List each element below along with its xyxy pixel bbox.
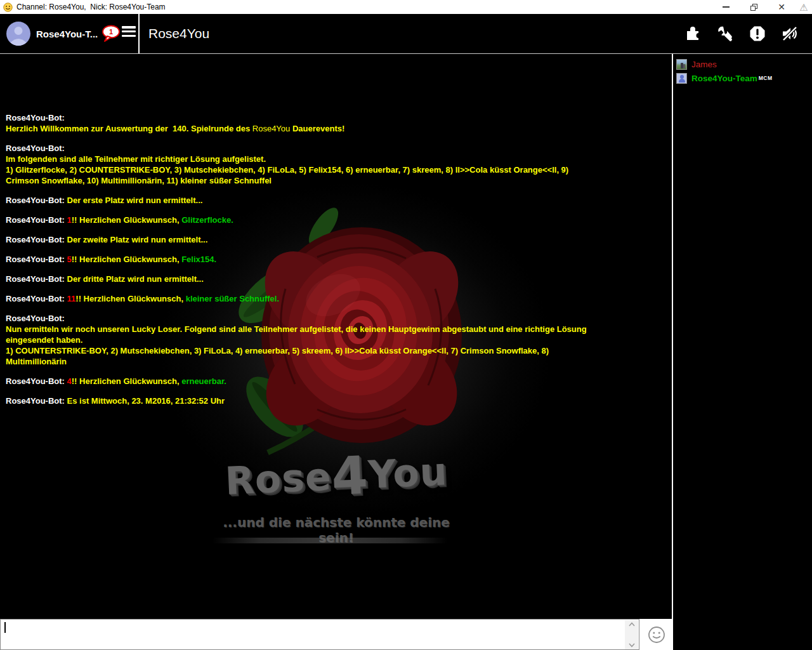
warning-icon[interactable]: ⚠ <box>796 0 812 14</box>
text-caret <box>4 622 6 633</box>
chat-message: Rose4You-Bot:Herzlich Willkommen zur Aus… <box>6 112 671 134</box>
minimize-button[interactable] <box>712 0 740 14</box>
chat-area[interactable]: Rose4You ...und die nächste könnte deine… <box>0 54 672 619</box>
chevron-down-icon[interactable] <box>629 643 635 647</box>
self-nickname: Rose4You-T... <box>36 29 98 39</box>
chat-message: Rose4You-Bot: 4!! Herzlichen Glückwunsch… <box>6 376 671 387</box>
window-controls: ✕ ⚠ <box>712 0 812 14</box>
chat-message: Rose4You-Bot: Der zweite Platz wird nun … <box>6 234 671 245</box>
emoji-button[interactable] <box>639 619 673 650</box>
app-header: Rose4You-T... 1 Rose4You <box>0 14 812 53</box>
unread-bubble-badge[interactable]: 1 <box>100 24 122 43</box>
composer-bar <box>0 619 812 650</box>
user-rank-badge: MCM <box>759 75 773 81</box>
user-nickname: Rose4You-Team <box>691 74 757 83</box>
chat-message: Rose4You-Bot: 5!! Herzlichen Glückwunsch… <box>6 254 671 265</box>
user-list-item[interactable]: Rose4You-TeamMCM <box>673 71 812 85</box>
rose4you-logo: Rose4You <box>208 441 464 512</box>
user-list-item[interactable]: James <box>673 57 812 71</box>
chat-message: Rose4You-Bot: Der dritte Platz wird nun … <box>6 274 671 284</box>
chat-messages: Rose4You-Bot:Herzlich Willkommen zur Aus… <box>6 112 671 415</box>
unread-count: 1 <box>109 28 113 36</box>
message-input[interactable] <box>0 619 639 650</box>
smiley-app-icon <box>3 3 13 12</box>
default-avatar-icon <box>676 73 687 84</box>
titlebar: Channel: Rose4You, Nick: Rose4You-Team ✕… <box>0 0 812 14</box>
muted-speaker-icon[interactable] <box>782 25 798 42</box>
channel-title: Rose4You <box>148 26 209 41</box>
chat-message: Rose4You-Bot:Im folgenden sind alle Teil… <box>6 143 671 186</box>
logo-floor-shadow <box>213 538 447 543</box>
close-button[interactable]: ✕ <box>768 0 796 14</box>
person-avatar-icon <box>6 22 30 46</box>
restore-button[interactable] <box>740 0 768 14</box>
alert-icon[interactable] <box>749 25 766 42</box>
user-nickname: James <box>691 60 717 69</box>
header-toolbar <box>684 14 798 53</box>
chat-message: Rose4You-Bot: 1!! Herzlichen Glückwunsch… <box>6 215 671 225</box>
userlist: JamesRose4You-TeamMCM <box>673 54 812 619</box>
smiley-icon <box>648 626 665 644</box>
plugin-puzzle-icon[interactable] <box>684 25 701 42</box>
photo-avatar-icon <box>676 59 687 70</box>
wrench-settings-icon[interactable] <box>717 25 733 42</box>
window-title: Channel: Rose4You, Nick: Rose4You-Team <box>16 3 166 11</box>
chat-message: Rose4You-Bot: Es ist Mittwoch, 23. M2016… <box>6 395 671 406</box>
chat-message: Rose4You-Bot: 11!! Herzlichen Glückwunsc… <box>6 293 671 304</box>
chat-message: Rose4You-Bot: Der erste Platz wird nun e… <box>6 195 671 206</box>
chevron-up-icon[interactable] <box>629 622 635 627</box>
chat-message: Rose4You-Bot:Nun ermitteln wir noch unse… <box>6 313 671 367</box>
composer-scrollbar[interactable] <box>625 620 638 649</box>
hamburger-menu-icon[interactable] <box>122 26 136 37</box>
self-user-panel[interactable]: Rose4You-T... 1 <box>0 14 138 53</box>
header-separator <box>138 14 140 53</box>
